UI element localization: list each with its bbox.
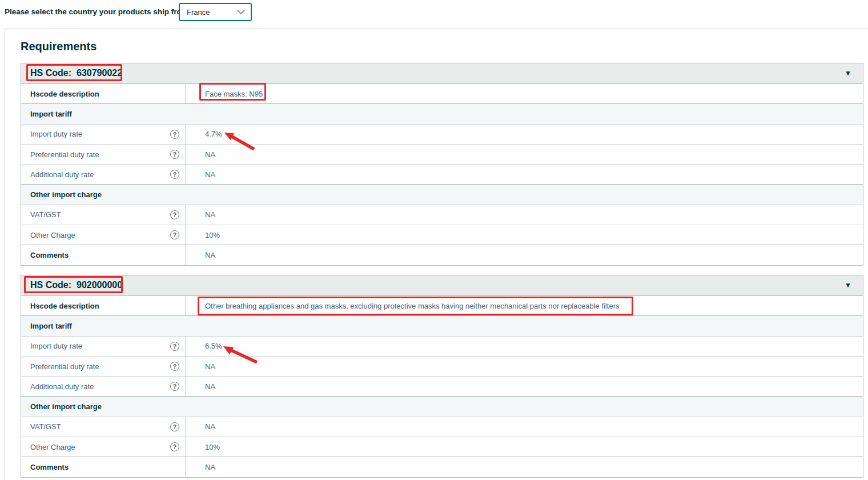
- table-row: Other Charge? 10%: [21, 437, 863, 457]
- hs-code-title: HS Code:630790022: [30, 68, 122, 78]
- table-row: Preferential duty rate? NA: [21, 144, 863, 164]
- help-icon[interactable]: ?: [170, 210, 179, 219]
- table-subheader-row: Other import charge: [21, 184, 863, 204]
- page-title: Requirements: [21, 40, 97, 53]
- row-value: NA: [186, 417, 863, 437]
- help-icon[interactable]: ?: [170, 382, 179, 391]
- row-label: Additional duty rate: [30, 170, 94, 179]
- subheader-label: Import tariff: [21, 104, 863, 123]
- row-label: Preferential duty rate: [30, 150, 99, 159]
- row-label: Comments: [21, 245, 186, 265]
- row-label: Import duty rate: [30, 130, 82, 138]
- help-icon[interactable]: ?: [170, 170, 179, 179]
- help-icon[interactable]: ?: [170, 150, 179, 159]
- collapse-icon[interactable]: ▼: [845, 70, 851, 77]
- row-value: 10%: [186, 437, 863, 457]
- hs-code-header[interactable]: HS Code:630790022 ▼: [21, 63, 863, 83]
- row-label: Hscode description: [21, 296, 186, 315]
- chevron-down-icon: [237, 10, 245, 15]
- table-row: Comments NA: [21, 245, 863, 265]
- hs-section-630790022: HS Code:630790022 ▼ Hscode description F…: [21, 63, 863, 266]
- hs-code-value: 630790022: [77, 68, 122, 78]
- table-row: Additional duty rate? NA: [21, 164, 863, 184]
- subheader-label: Other import charge: [21, 185, 863, 204]
- country-select-value: France: [187, 8, 210, 17]
- row-value: NA: [186, 377, 863, 396]
- row-value: NA: [186, 205, 863, 225]
- row-value: NA: [186, 357, 863, 376]
- row-label: Other Charge: [30, 443, 75, 451]
- ship-from-label: Please select the country your products …: [5, 7, 188, 16]
- row-label: VAT/GST: [30, 210, 61, 219]
- help-icon[interactable]: ?: [170, 362, 179, 371]
- row-label: Additional duty rate: [30, 382, 94, 391]
- table-row: Preferential duty rate? NA: [21, 356, 863, 376]
- country-select[interactable]: France: [179, 3, 252, 21]
- row-label: Import duty rate: [30, 342, 82, 350]
- row-value: NA: [186, 457, 863, 477]
- help-icon[interactable]: ?: [170, 422, 179, 431]
- table-subheader-row: Other import charge: [21, 396, 863, 416]
- row-value: NA: [186, 245, 863, 265]
- row-value: Other breathing appliances and gas masks…: [186, 296, 863, 315]
- hs-code-label: HS Code:: [30, 280, 71, 290]
- hs-section-902000000: HS Code:902000000 ▼ Hscode description O…: [21, 275, 863, 478]
- row-value: 4.7%: [186, 125, 863, 144]
- hs-code-title: HS Code:902000000: [30, 280, 122, 290]
- table-row: Additional duty rate? NA: [21, 376, 863, 396]
- help-icon[interactable]: ?: [170, 342, 179, 351]
- table-row: VAT/GST? NA: [21, 205, 863, 225]
- row-label: Hscode description: [21, 84, 186, 103]
- table-row: Other Charge? 10%: [21, 225, 863, 245]
- row-label: Preferential duty rate: [30, 362, 99, 371]
- row-value: 6.5%: [186, 337, 863, 356]
- table-row: Hscode description Face masks: N95: [21, 83, 863, 103]
- help-icon[interactable]: ?: [170, 442, 179, 451]
- row-value: NA: [186, 165, 863, 184]
- table-row: VAT/GST? NA: [21, 417, 863, 437]
- collapse-icon[interactable]: ▼: [845, 282, 851, 289]
- row-value: NA: [186, 145, 863, 164]
- help-icon[interactable]: ?: [170, 130, 179, 139]
- help-icon[interactable]: ?: [170, 230, 179, 239]
- subheader-label: Other import charge: [21, 397, 863, 416]
- row-label: Comments: [21, 457, 186, 477]
- table-row: Hscode description Other breathing appli…: [21, 295, 863, 315]
- row-label: VAT/GST: [30, 422, 61, 431]
- row-value: Face masks: N95: [186, 84, 863, 103]
- table-row: Import duty rate? 4.7%: [21, 124, 863, 144]
- hs-code-label: HS Code:: [30, 68, 71, 78]
- table-subheader-row: Import tariff: [21, 103, 863, 123]
- hs-code-value: 902000000: [77, 280, 122, 290]
- table-row: Import duty rate? 6.5%: [21, 336, 863, 356]
- subheader-label: Import tariff: [21, 316, 863, 335]
- table-subheader-row: Import tariff: [21, 315, 863, 335]
- table-row: Comments NA: [21, 457, 863, 477]
- hs-code-header[interactable]: HS Code:902000000 ▼: [21, 275, 863, 295]
- row-label: Other Charge: [30, 231, 75, 239]
- row-value: 10%: [186, 225, 863, 245]
